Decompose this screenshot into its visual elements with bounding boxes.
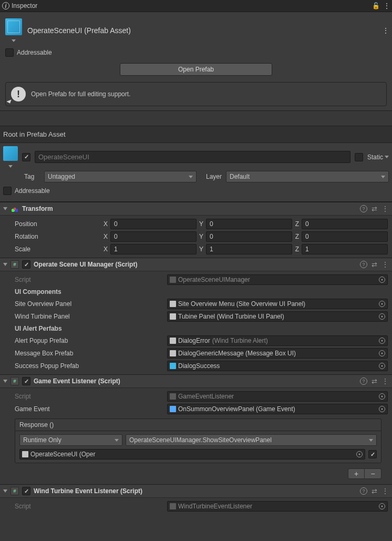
object-picker-icon[interactable]	[379, 277, 385, 283]
preset-icon[interactable]: ⇄	[372, 261, 377, 269]
transform-component-header[interactable]: Transform ? ⇄ ⋮	[0, 202, 392, 216]
foldout-icon[interactable]	[3, 207, 7, 210]
gameobject-header: Static Tag Untagged Layer Default Addres…	[0, 143, 392, 202]
position-z-input[interactable]	[302, 219, 388, 229]
msg-prefab-field[interactable]: DialogGenericMessage (Message Box UI)	[167, 348, 388, 359]
rotation-label: Rotation	[4, 233, 102, 240]
object-picker-icon[interactable]	[379, 350, 385, 356]
wind-listener-enabled-checkbox[interactable]	[22, 487, 30, 495]
alert-prefab-label: Alert Popup Prefab	[4, 337, 167, 344]
scale-z-input[interactable]	[302, 244, 388, 254]
ui-manager-title: Operate Scene UI Manager (Script)	[34, 261, 357, 268]
game-event-component-header[interactable]: # Game Event Listener (Script) ? ⇄ ⋮	[0, 374, 392, 388]
alert-prefab-field[interactable]: DialogError (Wind Turbine Alert)	[167, 335, 388, 346]
foldout-icon[interactable]	[3, 263, 7, 266]
object-picker-icon[interactable]	[379, 503, 385, 509]
exclamation-icon: !	[11, 87, 26, 101]
response-header: Response ()	[15, 419, 381, 431]
msg-prefab-label: Message Box Prefab	[4, 350, 167, 357]
game-event-label: Game Event	[4, 405, 167, 413]
position-y-input[interactable]	[206, 219, 292, 229]
axis-x-label: X	[102, 220, 109, 228]
object-picker-icon[interactable]	[379, 406, 385, 412]
scale-label: Scale	[4, 246, 102, 253]
help-icon[interactable]: ?	[360, 487, 367, 495]
object-picker-icon[interactable]	[379, 338, 385, 344]
help-icon[interactable]: ?	[360, 205, 367, 212]
object-picker-icon[interactable]	[356, 451, 363, 457]
game-event-title: Game Event Listener (Script)	[34, 377, 357, 385]
open-prefab-button[interactable]: Open Prefab	[120, 63, 272, 76]
script-field: GameEventListener	[167, 391, 388, 402]
rotation-z-input[interactable]	[302, 231, 388, 242]
scale-y-input[interactable]	[206, 244, 292, 254]
open-prefab-hint-text: Open Prefab for full editing support.	[31, 90, 130, 98]
ui-manager-component-header[interactable]: # Operate Scene UI Manager (Script) ? ⇄ …	[0, 258, 392, 271]
game-event-enabled-checkbox[interactable]	[22, 377, 30, 385]
preset-icon[interactable]: ⇄	[372, 377, 377, 385]
component-menu-icon[interactable]: ⋮	[381, 377, 389, 385]
object-picker-icon[interactable]	[379, 301, 385, 307]
response-box: Response () Runtime Only OperateSceneUIM…	[15, 418, 381, 463]
open-prefab-hint: ! Open Prefab for full editing support.	[5, 82, 387, 106]
prefab-menu-icon[interactable]: ⋮	[382, 26, 389, 35]
object-picker-icon[interactable]	[379, 393, 385, 400]
success-prefab-field[interactable]: DialogSuccess	[167, 361, 388, 371]
preset-icon[interactable]: ⇄	[372, 487, 377, 495]
game-event-field[interactable]: OnSummonOverviewPanel (Game Event)	[167, 404, 388, 414]
static-dropdown-icon[interactable]	[385, 156, 389, 158]
add-response-button[interactable]: +	[348, 468, 365, 479]
component-menu-icon[interactable]: ⋮	[381, 487, 389, 495]
tag-dropdown[interactable]: Untagged	[44, 171, 197, 182]
preset-icon[interactable]: ⇄	[372, 205, 377, 213]
ui-components-header: UI Components	[4, 288, 167, 295]
addressable-checkbox[interactable]	[5, 48, 14, 57]
chevron-down-icon	[381, 176, 385, 178]
position-x-input[interactable]	[110, 219, 197, 229]
remove-response-button[interactable]: −	[365, 468, 381, 479]
gameobject-name-input[interactable]	[35, 151, 350, 163]
root-section-header: Root in Prefab Asset	[0, 126, 392, 143]
component-menu-icon[interactable]: ⋮	[381, 205, 389, 213]
script-file-icon	[170, 277, 176, 283]
rotation-y-input[interactable]	[206, 231, 292, 242]
prefab-dropdown-icon[interactable]	[12, 39, 16, 42]
foldout-icon[interactable]	[3, 489, 7, 493]
addressable-checkbox-2[interactable]	[3, 187, 12, 195]
wind-panel-field[interactable]: Tubine Panel (Wind Turbine UI Panel)	[167, 311, 388, 322]
axis-y-label: Y	[198, 220, 205, 228]
target-field[interactable]: OperateSceneUI (Oper	[19, 449, 365, 460]
object-icon	[170, 350, 176, 356]
lock-icon[interactable]: 🔓	[372, 2, 380, 9]
wind-listener-title: Wind Turbine Event Listener (Script)	[34, 487, 357, 495]
site-panel-label: Site Overview Panel	[4, 300, 167, 308]
scale-x-input[interactable]	[110, 244, 197, 254]
runtime-dropdown[interactable]: Runtime Only	[19, 434, 122, 446]
transform-body: Position X Y Z Rotation X Y Z Scale X Y …	[0, 216, 392, 258]
object-picker-icon[interactable]	[379, 313, 385, 320]
site-panel-field[interactable]: Site Overview Menu (Site Overview UI Pan…	[167, 299, 388, 309]
transform-title: Transform	[22, 205, 357, 212]
foldout-icon[interactable]	[3, 380, 7, 383]
tab-menu-icon[interactable]: ⋮	[383, 2, 390, 10]
response-arg-checkbox[interactable]	[368, 450, 377, 458]
layer-dropdown[interactable]: Default	[226, 171, 389, 182]
help-icon[interactable]: ?	[360, 261, 367, 268]
script-file-icon	[170, 503, 176, 509]
info-icon: i	[2, 2, 9, 9]
chevron-down-icon	[189, 176, 193, 178]
static-checkbox[interactable]	[355, 153, 363, 161]
inspector-tab-label[interactable]: Inspector	[12, 2, 37, 9]
wind-listener-component-header[interactable]: # Wind Turbine Event Listener (Script) ?…	[0, 484, 392, 498]
component-menu-icon[interactable]: ⋮	[381, 260, 389, 269]
method-dropdown[interactable]: OperateSceneUIManager.ShowSiteOverviewPa…	[126, 434, 377, 446]
prefab-icon	[170, 363, 176, 369]
object-picker-icon[interactable]	[379, 363, 385, 369]
ui-manager-enabled-checkbox[interactable]	[22, 260, 30, 269]
gameobject-dropdown-icon[interactable]	[8, 165, 13, 168]
rotation-x-input[interactable]	[110, 231, 197, 242]
help-icon[interactable]: ?	[360, 377, 367, 385]
success-prefab-label: Success Popup Prefab	[4, 362, 167, 370]
position-label: Position	[4, 220, 102, 228]
gameobject-active-checkbox[interactable]	[22, 153, 30, 161]
